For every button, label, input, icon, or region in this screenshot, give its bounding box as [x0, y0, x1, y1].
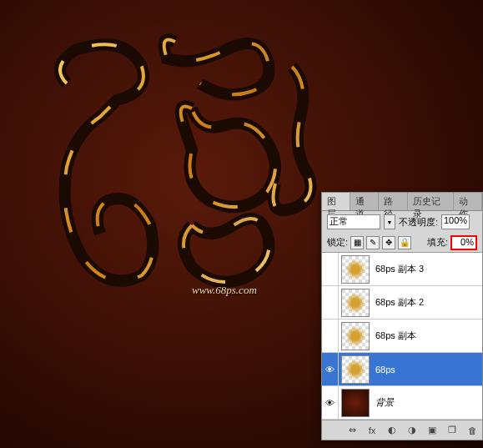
panel-tabs: 图层 通道 路径 历史记录 动作 — [322, 193, 482, 211]
opacity-label: 不透明度: — [399, 216, 438, 229]
layer-thumbnail[interactable] — [341, 255, 370, 284]
watermark-text: www.68ps.com — [192, 284, 257, 297]
visibility-toggle[interactable]: 👁 — [322, 353, 339, 385]
layer-row[interactable]: 68ps 副本 3 — [322, 253, 482, 286]
layer-thumbnail[interactable] — [341, 289, 370, 317]
layer-mask-icon[interactable]: ◐ — [385, 424, 399, 437]
blend-mode-select[interactable]: 正常 — [327, 214, 380, 229]
adjustment-layer-icon[interactable]: ◑ — [405, 424, 419, 437]
layer-group-icon[interactable]: ▣ — [425, 424, 439, 437]
visibility-toggle[interactable] — [322, 320, 339, 352]
layer-row[interactable]: 👁68ps — [322, 353, 482, 386]
layer-name-label[interactable]: 68ps 副本 — [372, 330, 482, 342]
layer-row[interactable]: 68ps 副本 — [322, 320, 482, 353]
layer-name-label[interactable]: 68ps — [372, 365, 482, 375]
lock-label: 锁定: — [327, 236, 348, 249]
opacity-input[interactable]: 100% — [441, 214, 470, 229]
visibility-toggle[interactable]: 👁 — [322, 386, 339, 419]
layer-thumbnail[interactable] — [341, 355, 370, 384]
lock-position-icon[interactable]: ✥ — [382, 236, 395, 249]
fill-label: 填充: — [427, 236, 448, 249]
lock-fill-row: 锁定: ▦ ✎ ✥ 🔒 填充: 0% — [322, 233, 482, 253]
layer-thumbnail[interactable] — [341, 389, 370, 417]
tab-layers[interactable]: 图层 — [322, 193, 350, 210]
tab-paths[interactable]: 路径 — [379, 193, 407, 210]
layer-list[interactable]: 68ps 副本 368ps 副本 268ps 副本👁68ps👁背景 — [322, 253, 482, 420]
visibility-toggle[interactable] — [322, 253, 339, 285]
lock-pixels-icon[interactable]: ✎ — [366, 236, 380, 249]
layer-name-label[interactable]: 68ps 副本 3 — [372, 263, 482, 275]
tab-actions[interactable]: 动作 — [454, 193, 482, 210]
blend-dropdown-icon[interactable]: ▼ — [384, 214, 395, 229]
layers-panel: 图层 通道 路径 历史记录 动作 正常 ▼ 不透明度: 100% 锁定: ▦ ✎… — [321, 192, 483, 440]
layer-style-icon[interactable]: fx — [365, 424, 379, 437]
fu-character-artwork — [25, 17, 317, 317]
layer-name-label[interactable]: 68ps 副本 2 — [372, 296, 482, 309]
layer-row[interactable]: 👁背景 — [322, 386, 482, 420]
lock-all-icon[interactable]: 🔒 — [398, 236, 411, 249]
layer-row[interactable]: 68ps 副本 2 — [322, 286, 482, 320]
eye-icon[interactable]: 👁 — [325, 365, 335, 375]
lock-transparency-icon[interactable]: ▦ — [350, 236, 364, 249]
link-layers-icon[interactable]: ⇔ — [345, 424, 359, 437]
eye-icon[interactable]: 👁 — [325, 398, 335, 408]
layer-name-label[interactable]: 背景 — [372, 396, 482, 409]
tab-channels[interactable]: 通道 — [350, 193, 379, 210]
new-layer-icon[interactable]: ❐ — [445, 424, 459, 437]
delete-layer-icon[interactable]: 🗑 — [465, 424, 479, 437]
blend-opacity-row: 正常 ▼ 不透明度: 100% — [322, 211, 482, 233]
panel-footer: ⇔ fx ◐ ◑ ▣ ❐ 🗑 — [322, 420, 482, 440]
tab-history[interactable]: 历史记录 — [408, 193, 454, 210]
layer-thumbnail[interactable] — [341, 322, 370, 350]
fill-input[interactable]: 0% — [450, 235, 477, 250]
visibility-toggle[interactable] — [322, 286, 339, 319]
